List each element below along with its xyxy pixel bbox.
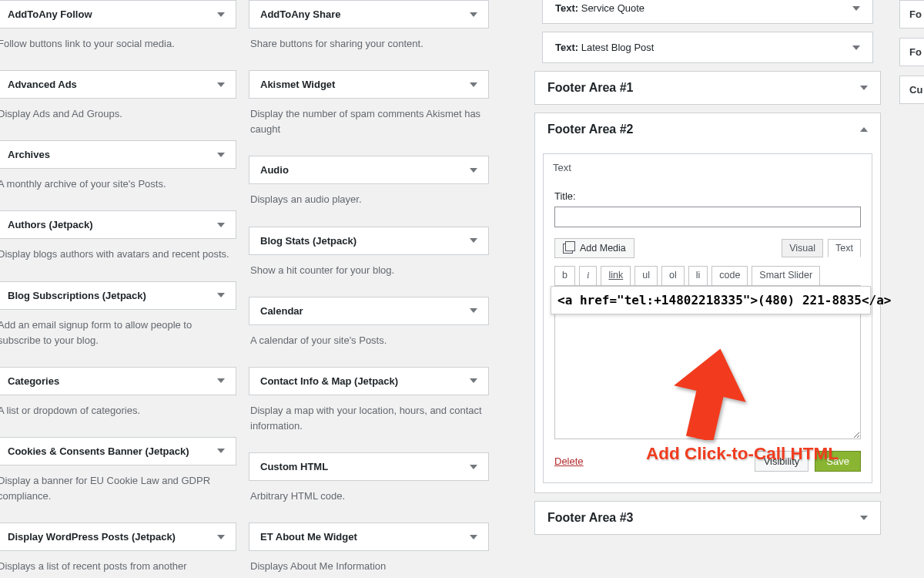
widget-description: Share buttons for sharing your content. [249, 29, 489, 66]
widget-contact-info-map-jetpack-[interactable]: Contact Info & Map (Jetpack) [249, 367, 489, 395]
widget-cookies-consents-banner-jetpack-[interactable]: Cookies & Consents Banner (Jetpack) [0, 437, 236, 465]
chevron-down-icon [217, 293, 225, 297]
footer-area-2-panel: Footer Area #2 Text Title: Add Media Vis… [534, 113, 881, 493]
widget-description: A list or dropdown of categories. [0, 395, 236, 432]
bold-button[interactable]: b [554, 266, 575, 286]
widget-text-latest-blog[interactable]: Text: Latest Blog Post [542, 32, 873, 63]
widget-description: Displays a list of recent posts from ano… [0, 551, 236, 578]
widget-audio[interactable]: Audio [249, 156, 489, 184]
widget-description: Display the number of spam comments Akis… [249, 99, 489, 151]
widget-description: A monthly archive of your site's Posts. [0, 169, 236, 206]
chevron-down-icon [470, 168, 477, 173]
widget-title: AddToAny Follow [8, 8, 92, 20]
text-widget-header[interactable]: Text [544, 154, 872, 181]
title-label: Title: [554, 190, 861, 202]
li-button[interactable]: li [688, 266, 708, 286]
widget-description: Display a banner for EU Cookie Law and G… [0, 465, 236, 518]
code-sample-overlay: <a href="tel:+14802218335">(480) 221-883… [551, 286, 871, 314]
widget-description: Follow buttons link to your social media… [0, 29, 236, 66]
widget-title: AddToAny Share [260, 8, 341, 20]
far-panel-1[interactable]: Fo [899, 0, 924, 29]
footer-area-1-panel[interactable]: Footer Area #1 [534, 71, 881, 105]
far-panel-3[interactable]: Cu [899, 76, 924, 104]
widget-categories[interactable]: Categories [0, 367, 236, 395]
chevron-down-icon [217, 223, 225, 227]
callout-text: Add Click-to-Call HTML [646, 444, 839, 464]
chevron-down-icon [470, 465, 477, 469]
chevron-down-icon [860, 86, 868, 90]
media-icon [563, 243, 575, 254]
chevron-down-icon [217, 82, 225, 87]
chevron-down-icon [470, 82, 477, 87]
widget-calendar[interactable]: Calendar [249, 297, 489, 325]
code-button[interactable]: code [711, 266, 748, 286]
widget-title: Cookies & Consents Banner (Jetpack) [8, 445, 189, 457]
tab-text[interactable]: Text [828, 239, 861, 257]
chevron-down-icon [470, 535, 477, 539]
add-media-button[interactable]: Add Media [554, 238, 634, 258]
ul-button[interactable]: ul [634, 266, 658, 286]
text-blog: Latest Blog Post [578, 42, 654, 53]
text-widget-open: Text Title: Add Media Visual Text b i li… [543, 153, 872, 483]
widget-title: ET About Me Widget [260, 531, 357, 543]
widget-archives[interactable]: Archives [0, 140, 236, 169]
text-svc: Service Quote [578, 2, 644, 14]
widget-addtoany-share[interactable]: AddToAny Share [249, 0, 489, 29]
widget-description: Arbitrary HTML code. [249, 481, 489, 518]
ol-button[interactable]: ol [661, 266, 685, 286]
text-prefix: Text: [555, 42, 578, 53]
chevron-down-icon [217, 153, 225, 157]
widget-description: Display Ads and Ad Groups. [0, 99, 236, 136]
chevron-down-icon [217, 378, 225, 383]
widget-title: Blog Subscriptions (Jetpack) [8, 290, 146, 301]
chevron-down-icon [852, 45, 860, 50]
delete-link[interactable]: Delete [554, 455, 584, 467]
chevron-down-icon [470, 12, 477, 17]
widget-advanced-ads[interactable]: Advanced Ads [0, 70, 236, 99]
widget-description: Add an email signup form to allow people… [0, 310, 236, 362]
tab-visual[interactable]: Visual [782, 239, 823, 257]
widget-title: Categories [8, 375, 59, 387]
widget-description: Displays About Me Information [249, 551, 489, 578]
widget-title: Archives [8, 149, 50, 160]
footer-area-2-header[interactable]: Footer Area #2 [535, 113, 880, 146]
widget-text-service-quote[interactable]: Text: Service Quote [542, 0, 873, 24]
smart-slider-button[interactable]: Smart Slider [752, 266, 820, 286]
widget-et-about-me-widget[interactable]: ET About Me Widget [249, 523, 489, 551]
chevron-down-icon [217, 449, 225, 453]
chevron-down-icon [470, 238, 477, 243]
widget-display-wordpress-posts-jetpack-[interactable]: Display WordPress Posts (Jetpack) [0, 523, 236, 551]
widget-addtoany-follow[interactable]: AddToAny Follow [0, 0, 236, 29]
widget-blog-stats-jetpack-[interactable]: Blog Stats (Jetpack) [249, 227, 489, 255]
title-input[interactable] [554, 207, 861, 227]
widget-description: Display blogs authors with avatars and r… [0, 239, 236, 276]
text-prefix: Text: [555, 2, 578, 14]
widget-title: Custom HTML [260, 461, 328, 472]
widget-custom-html[interactable]: Custom HTML [249, 452, 489, 481]
chevron-down-icon [217, 12, 225, 17]
widget-description: Displays an audio player. [249, 184, 489, 221]
widget-title: Advanced Ads [8, 79, 77, 90]
widget-description: Show a hit counter for your blog. [249, 255, 489, 292]
widget-title: Display WordPress Posts (Jetpack) [8, 531, 176, 543]
footer-area-3-title: Footer Area #3 [547, 511, 633, 525]
chevron-down-icon [217, 535, 225, 539]
chevron-down-icon [470, 378, 477, 383]
far-panel-2[interactable]: Fo [899, 38, 924, 66]
text-widget-title: Text [553, 162, 571, 173]
chevron-up-icon [860, 127, 868, 132]
footer-area-2-title: Footer Area #2 [547, 123, 633, 136]
footer-area-3-panel[interactable]: Footer Area #3 [534, 501, 881, 535]
chevron-down-icon [852, 6, 860, 11]
widget-title: Calendar [260, 305, 303, 317]
link-button[interactable]: link [601, 266, 631, 286]
widget-title: Akismet Widget [260, 79, 335, 90]
widget-akismet-widget[interactable]: Akismet Widget [249, 70, 489, 99]
widget-description: Display a map with your location, hours,… [249, 395, 489, 448]
widget-title: Contact Info & Map (Jetpack) [260, 375, 398, 387]
widget-authors-jetpack-[interactable]: Authors (Jetpack) [0, 210, 236, 239]
italic-button[interactable]: i [579, 266, 597, 286]
chevron-down-icon [860, 516, 868, 520]
widget-title: Audio [260, 164, 289, 176]
widget-blog-subscriptions-jetpack-[interactable]: Blog Subscriptions (Jetpack) [0, 281, 236, 310]
